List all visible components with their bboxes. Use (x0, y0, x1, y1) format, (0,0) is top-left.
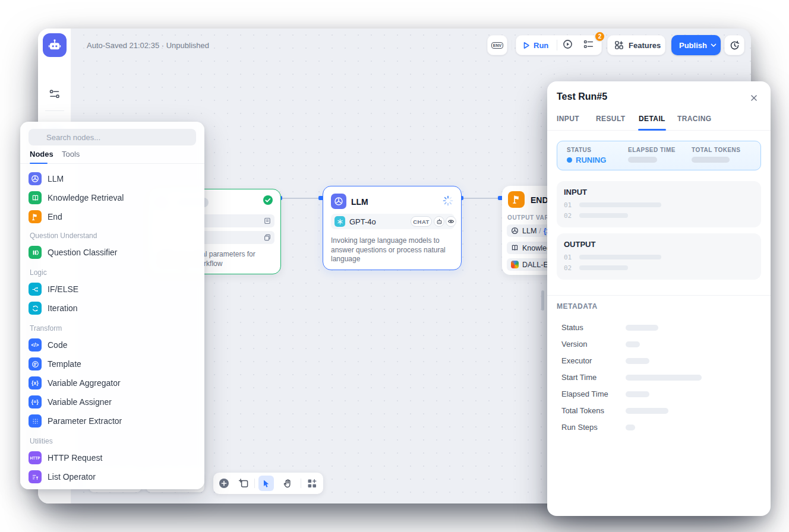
close-button[interactable] (747, 91, 761, 105)
checklist-count-badge: 2 (594, 31, 605, 42)
meta-version-skeleton (626, 341, 640, 347)
tab-nodes[interactable]: Nodes (30, 150, 53, 159)
status-label: STATUS (567, 147, 592, 153)
ifelse-icon (29, 283, 42, 296)
node-item-question-classifier[interactable]: Question Classifier (20, 245, 204, 260)
output-card-title: OUTPUT (564, 240, 595, 249)
vision-eye-icon (446, 216, 456, 227)
hand-mode-button[interactable] (283, 479, 292, 490)
variable-assigner-icon: {=} (29, 395, 42, 408)
var-separator: / (539, 227, 541, 235)
http-request-icon: HTTP (29, 451, 42, 464)
robot-icon (47, 37, 62, 53)
run-button[interactable]: Run (516, 41, 557, 50)
hand-icon (283, 479, 292, 488)
node-item-template[interactable]: Template (20, 356, 204, 372)
metadata-divider (547, 295, 771, 296)
dalle-icon (511, 261, 519, 268)
row-number: 01 (564, 201, 572, 209)
node-item-llm[interactable]: LLM (20, 171, 204, 186)
app-logo-robot-icon[interactable] (43, 33, 67, 57)
node-item-ifelse[interactable]: IF/ELSE (20, 281, 204, 297)
running-spinner-icon (443, 195, 453, 208)
tab-result[interactable]: RESULT (596, 115, 626, 123)
tab-detail[interactable]: DETAIL (639, 115, 665, 123)
node-item-iteration[interactable]: Iteration (20, 300, 204, 316)
tab-tracing[interactable]: TRACING (677, 115, 711, 123)
llm-icon (29, 172, 42, 185)
code-icon: </> (29, 338, 42, 352)
meta-executor-label: Executor (561, 356, 592, 365)
llm-node-icon (331, 194, 346, 209)
output-skeleton-2 (579, 265, 628, 270)
section-utilities: Utilities (30, 437, 53, 445)
meta-run-steps-label: Run Steps (561, 423, 598, 432)
llm-mini-icon (511, 227, 519, 235)
metadata-title: METADATA (557, 302, 598, 311)
grid-plus-icon (307, 479, 317, 489)
version-history-button[interactable] (724, 35, 744, 55)
node-item-http-request[interactable]: HTTP HTTP Request (20, 450, 204, 466)
node-item-variable-assigner[interactable]: {=} Variable Assigner (20, 394, 204, 410)
node-item-end[interactable]: End (20, 209, 204, 224)
section-logic: Logic (30, 268, 47, 277)
add-note-button[interactable] (239, 479, 248, 490)
section-question-understand: Question Understand (30, 232, 97, 240)
book-mini-icon (511, 244, 519, 252)
input-card: INPUT 01 02 (557, 181, 761, 227)
env-icon: ENV (491, 42, 503, 49)
row-number: 02 (564, 212, 572, 220)
publish-label: Publish (679, 41, 707, 50)
active-tab-underline (638, 129, 666, 131)
features-button[interactable]: Features (607, 35, 665, 55)
meta-executor-skeleton (626, 358, 649, 364)
output-skeleton-1 (579, 255, 661, 259)
close-icon (750, 94, 758, 102)
tab-input[interactable]: INPUT (557, 115, 579, 123)
node-item-knowledge-retrieval[interactable]: Knowledge Retrieval (20, 190, 204, 205)
node-item-list-operator[interactable]: List Operator (20, 469, 204, 484)
paragraph-field-icon (264, 234, 271, 241)
var-name: LLM (522, 227, 536, 235)
meta-status-label: Status (561, 323, 583, 332)
pointer-mode-button[interactable] (258, 476, 274, 491)
meta-version-label: Version (561, 340, 587, 349)
canvas-toolbar (213, 473, 323, 494)
question-classifier-icon (29, 246, 42, 259)
success-check-icon (263, 195, 273, 208)
run-button-group: Run (516, 35, 602, 55)
meta-total-tokens-label: Total Tokens (561, 406, 604, 415)
node-item-variable-aggregator[interactable]: {x} Variable Aggregator (20, 375, 204, 391)
list-operator-icon (29, 470, 42, 483)
var-name: DALL-E (522, 261, 548, 269)
search-input[interactable] (29, 129, 196, 145)
tab-tools[interactable]: Tools (62, 150, 80, 159)
run-history-icon[interactable] (557, 39, 578, 52)
env-variables-button[interactable]: ENV (487, 35, 507, 55)
meta-run-steps-skeleton (626, 425, 635, 430)
parameter-extractor-icon (29, 414, 42, 428)
organize-blocks-button[interactable] (307, 479, 317, 491)
end-node-title: END (531, 195, 548, 205)
row-number: 01 (564, 254, 572, 261)
workflow-settings-icon[interactable] (49, 89, 61, 102)
variable-aggregator-icon: {x} (29, 376, 42, 390)
add-node-button[interactable] (219, 478, 229, 491)
tabs-divider (20, 163, 204, 164)
node-item-parameter-extractor[interactable]: Parameter Extractor (20, 413, 204, 429)
features-label: Features (629, 41, 661, 50)
status-dot (567, 157, 572, 163)
history-icon (730, 40, 740, 50)
cursor-icon (262, 479, 270, 488)
canvas-scrollbar[interactable] (541, 290, 544, 311)
sidebar-divider (45, 110, 64, 111)
publish-button[interactable]: Publish (671, 35, 721, 55)
llm-node[interactable]: LLM GPT-4o CHAT (323, 186, 462, 270)
run-panel-title: Test Run#5 (557, 91, 607, 102)
node-item-code[interactable]: </> Code (20, 337, 204, 353)
llm-model-row[interactable]: GPT-4o CHAT (331, 214, 455, 229)
autosave-status: Auto-Saved 21:02:35 · Unpublished (87, 41, 209, 50)
meta-start-time-label: Start Time (561, 373, 597, 382)
end-icon (29, 210, 42, 223)
total-tokens-label: TOTAL TOKENS (692, 147, 741, 153)
